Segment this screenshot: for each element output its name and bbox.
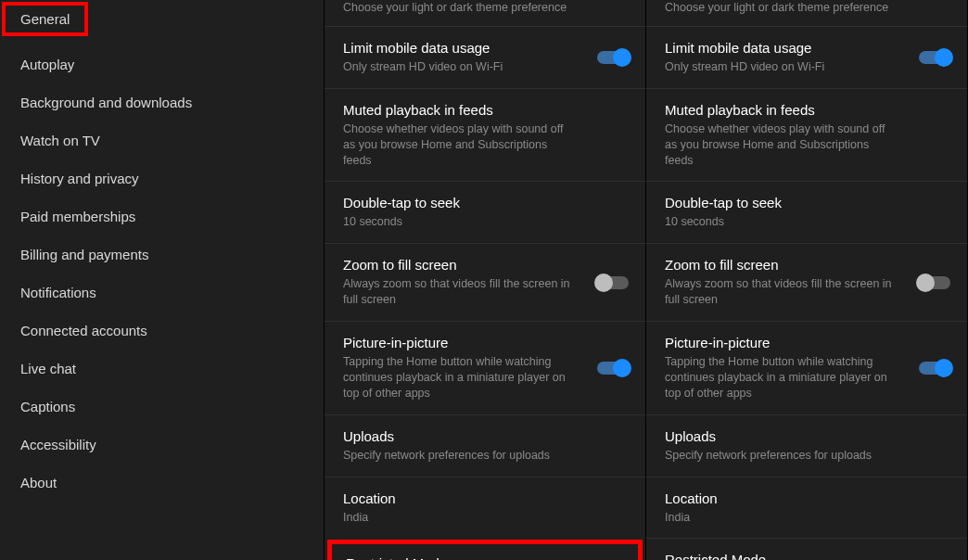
muted-desc: Choose whether videos play with sound of… — [343, 121, 627, 169]
setting-theme[interactable]: Choose your light or dark theme preferen… — [325, 0, 645, 26]
sidebar-item-general[interactable]: General — [2, 2, 88, 36]
general-settings-panel-a: Choose your light or dark theme preferen… — [325, 0, 646, 560]
setting-limit-data[interactable]: Limit mobile data usage Only stream HD v… — [325, 26, 645, 88]
restricted-mode-highlight: Restricted Mode This helps hide potentia… — [327, 540, 643, 560]
setting-pip[interactable]: Picture-in-picture Tapping the Home butt… — [646, 321, 967, 414]
setting-limit-data[interactable]: Limit mobile data usage Only stream HD v… — [646, 26, 967, 88]
sidebar-item-connected-accounts[interactable]: Connected accounts — [0, 312, 324, 350]
sidebar-item-about[interactable]: About — [0, 464, 324, 502]
theme-desc: Choose your light or dark theme preferen… — [665, 0, 949, 16]
setting-restricted-mode[interactable]: Restricted Mode This helps hide potentia… — [646, 538, 967, 560]
pip-title: Picture-in-picture — [343, 335, 627, 350]
zoom-toggle[interactable] — [597, 276, 629, 289]
location-desc: India — [343, 510, 627, 526]
location-desc: India — [665, 510, 949, 526]
setting-location[interactable]: Location India — [325, 477, 645, 539]
pip-desc: Tapping the Home button while watching c… — [343, 354, 627, 401]
doubletap-title: Double-tap to seek — [665, 195, 949, 210]
setting-uploads[interactable]: Uploads Specify network preferences for … — [325, 414, 645, 477]
sidebar-item-accessibility[interactable]: Accessibility — [0, 426, 324, 464]
sidebar-item-billing-payments[interactable]: Billing and payments — [0, 235, 324, 274]
pip-desc: Tapping the Home button while watching c… — [665, 354, 949, 401]
sidebar-general-label: General — [20, 11, 70, 27]
uploads-title: Uploads — [343, 428, 627, 444]
location-title: Location — [665, 490, 949, 506]
limit-data-toggle[interactable] — [597, 51, 629, 64]
uploads-desc: Specify network preferences for uploads — [343, 448, 627, 464]
zoom-desc: Always zoom so that videos fill the scre… — [343, 276, 627, 308]
setting-zoom-fill[interactable]: Zoom to fill screen Always zoom so that … — [646, 243, 967, 321]
setting-uploads[interactable]: Uploads Specify network preferences for … — [646, 414, 967, 477]
sidebar-item-live-chat[interactable]: Live chat — [0, 350, 324, 388]
pip-toggle[interactable] — [597, 362, 629, 375]
uploads-desc: Specify network preferences for uploads — [665, 448, 949, 464]
pip-toggle[interactable] — [919, 362, 950, 375]
setting-muted-playback[interactable]: Muted playback in feeds Choose whether v… — [325, 88, 645, 182]
sidebar-item-paid-memberships[interactable]: Paid memberships — [0, 197, 324, 235]
muted-title: Muted playback in feeds — [665, 102, 949, 118]
restricted-title: Restricted Mode — [665, 552, 949, 560]
uploads-title: Uploads — [665, 428, 949, 444]
muted-desc: Choose whether videos play with sound of… — [665, 121, 949, 169]
doubletap-desc: 10 seconds — [665, 214, 949, 230]
doubletap-desc: 10 seconds — [343, 214, 627, 230]
setting-pip[interactable]: Picture-in-picture Tapping the Home butt… — [325, 321, 645, 414]
limit-data-desc: Only stream HD video on Wi-Fi — [343, 59, 627, 75]
zoom-title: Zoom to fill screen — [665, 257, 949, 273]
sidebar-item-captions[interactable]: Captions — [0, 388, 324, 426]
limit-data-toggle[interactable] — [919, 51, 950, 64]
sidebar-item-autoplay[interactable]: Autoplay — [0, 45, 324, 83]
setting-theme[interactable]: Choose your light or dark theme preferen… — [646, 0, 967, 26]
muted-title: Muted playback in feeds — [343, 102, 627, 118]
limit-data-title: Limit mobile data usage — [343, 40, 627, 56]
general-settings-panel-b: Choose your light or dark theme preferen… — [646, 0, 968, 560]
theme-desc: Choose your light or dark theme preferen… — [343, 0, 627, 16]
zoom-title: Zoom to fill screen — [343, 257, 627, 273]
sidebar-item-background-downloads[interactable]: Background and downloads — [0, 83, 324, 121]
limit-data-title: Limit mobile data usage — [665, 40, 949, 56]
zoom-toggle[interactable] — [919, 276, 950, 289]
location-title: Location — [343, 490, 627, 506]
restricted-title: Restricted Mode — [346, 555, 624, 560]
setting-location[interactable]: Location India — [646, 477, 967, 539]
doubletap-title: Double-tap to seek — [343, 195, 627, 210]
sidebar-item-notifications[interactable]: Notifications — [0, 274, 324, 312]
setting-restricted-mode[interactable]: Restricted Mode This helps hide potentia… — [332, 544, 638, 560]
setting-double-tap[interactable]: Double-tap to seek 10 seconds — [325, 181, 645, 243]
sidebar-item-watch-on-tv[interactable]: Watch on TV — [0, 121, 324, 159]
pip-title: Picture-in-picture — [665, 335, 949, 350]
setting-double-tap[interactable]: Double-tap to seek 10 seconds — [646, 181, 967, 243]
setting-zoom-fill[interactable]: Zoom to fill screen Always zoom so that … — [325, 243, 645, 321]
sidebar-item-history-privacy[interactable]: History and privacy — [0, 159, 324, 197]
setting-muted-playback[interactable]: Muted playback in feeds Choose whether v… — [646, 88, 967, 182]
settings-sidebar-panel: General Autoplay Background and download… — [0, 0, 325, 560]
zoom-desc: Always zoom so that videos fill the scre… — [665, 276, 949, 308]
limit-data-desc: Only stream HD video on Wi-Fi — [665, 59, 949, 75]
